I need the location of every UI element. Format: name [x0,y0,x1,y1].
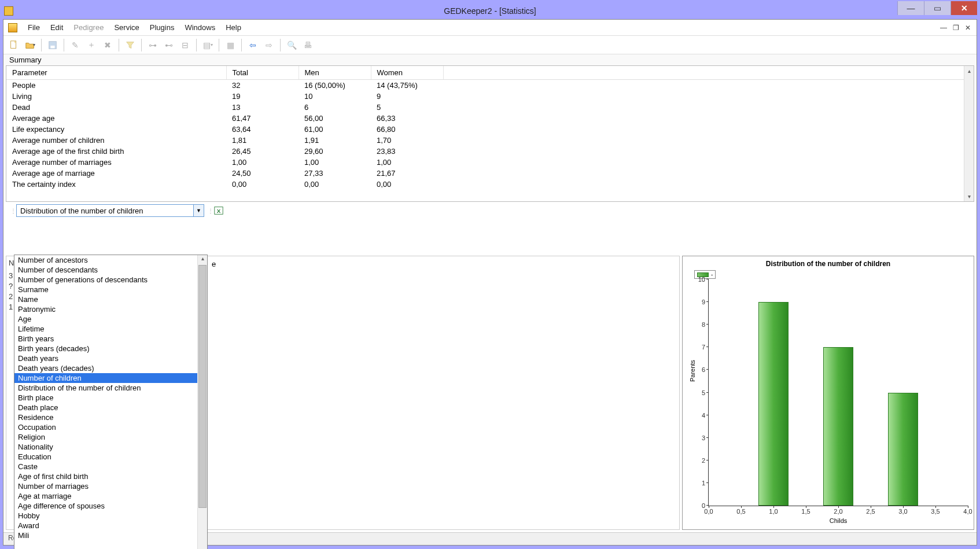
dropdown-scrollbar[interactable]: ▴ ▾ [197,255,207,549]
table-row[interactable]: People3216 (50,00%)14 (43,75%) [6,80,974,91]
save-icon[interactable] [46,38,60,52]
table-cell: 0,00 [299,179,371,190]
stats-scrollbar[interactable]: ▴ ▾ [964,66,974,201]
menu-edit[interactable]: Edit [50,23,63,32]
dropdown-option[interactable]: Occupation [14,422,197,432]
dropdown-option[interactable]: Number of children [14,373,197,383]
scroll-up-icon[interactable]: ▴ [198,255,207,265]
mdi-minimize-button[interactable]: — [940,24,947,32]
col-men[interactable]: Men [299,66,371,80]
export-excel-icon[interactable]: X [213,205,224,216]
dropdown-option[interactable]: Birth years (decades) [14,344,197,353]
menu-file[interactable]: File [28,23,40,32]
dropdown-option[interactable]: Residence [14,412,197,422]
table-cell: 1,00 [299,157,371,168]
table-cell: Average number of children [6,135,226,146]
dropdown-option[interactable]: Mili [14,530,197,540]
dropdown-option[interactable]: Birth years [14,334,197,344]
open-file-icon[interactable]: ▾ [23,38,37,52]
svg-text:X: X [217,208,221,214]
dropdown-option[interactable]: Hobby [14,511,197,521]
table-cell: 16 (50,00%) [299,80,371,91]
combo-row: ⋮ Distribution of the number of children… [3,203,977,218]
toolbar: ▾ ✎ ＋ ✖ ⊶ ⊷ ⊟ ▤▾ ▦ ⇦ ⇨ 🔍 🖶 [3,36,977,54]
dropdown-option[interactable]: Award [14,521,197,530]
table-row[interactable]: Average number of marriages1,001,001,00 [6,157,974,168]
delete-record-icon[interactable]: ✖ [101,38,115,52]
filter-icon[interactable] [123,38,137,52]
dropdown-option[interactable]: Death place [14,403,197,412]
dropdown-option[interactable]: Birth place [14,393,197,403]
dropdown-option[interactable]: Number of generations of descendants [14,275,197,285]
pedigree-icon[interactable]: ▤▾ [201,38,215,52]
dropdown-option[interactable]: Age at marriage [14,491,197,501]
dropdown-option[interactable]: Name [14,294,197,304]
tree-ancestors-icon[interactable]: ⊶ [146,38,160,52]
dropdown-option[interactable]: Surname [14,285,197,294]
tree-both-icon[interactable]: ⊟ [178,38,192,52]
dropdown-option[interactable]: Distribution of the number of children [14,383,197,393]
dropdown-option[interactable]: Nationality [14,442,197,452]
print-preview-icon[interactable]: 🔍 [285,38,299,52]
table-cell: 21,67 [371,168,443,179]
dropdown-option[interactable]: Age [14,314,197,324]
menu-plugins[interactable]: Plugins [150,23,175,32]
table-row[interactable]: Average age61,4756,0066,33 [6,113,974,124]
table-row[interactable]: Average age of marriage24,5027,3321,67 [6,168,974,179]
col-total[interactable]: Total [226,66,299,80]
nav-forward-icon[interactable]: ⇨ [262,38,276,52]
table-row[interactable]: Life expectancy63,6461,0066,80 [6,124,974,135]
close-button[interactable]: ✕ [950,1,977,15]
minimize-button[interactable]: — [897,1,924,15]
col-women[interactable]: Women [371,66,443,80]
table-row[interactable]: The certainty index0,000,000,00 [6,179,974,190]
y-axis-label: Parents [689,360,696,382]
scroll-up-icon[interactable]: ▴ [964,66,974,76]
table-cell: 6 [299,102,371,113]
mdi-close-button[interactable]: ✕ [965,24,971,32]
new-file-icon[interactable] [7,38,21,52]
stats-icon[interactable]: ▦ [223,38,237,52]
table-row[interactable]: Average age of the first child birth26,4… [6,146,974,157]
dropdown-option[interactable]: Age difference of spouses [14,501,197,511]
dropdown-option[interactable]: Number of descendants [14,265,197,275]
combo-dropdown-list[interactable]: Number of ancestorsNumber of descendants… [14,255,208,549]
table-row[interactable]: Living19109 [6,91,974,102]
table-row[interactable]: Dead1365 [6,102,974,113]
dropdown-option[interactable]: Number of ancestors [14,255,197,265]
menu-help[interactable]: Help [226,23,241,32]
table-cell: Dead [6,102,226,113]
print-icon[interactable]: 🖶 [301,38,315,52]
dropdown-option[interactable]: Patronymic [14,304,197,314]
mdi-child-icon[interactable] [8,23,17,32]
menubar: File Edit Pedigree Service Plugins Windo… [3,20,977,36]
col-parameter[interactable]: Parameter [6,66,226,80]
dropdown-option[interactable]: Death years (decades) [14,363,197,373]
dropdown-option[interactable]: Caste [14,462,197,471]
nav-back-icon[interactable]: ⇦ [246,38,260,52]
menu-pedigree[interactable]: Pedigree [73,23,104,32]
edit-record-icon[interactable]: ✎ [68,38,82,52]
dropdown-option[interactable]: Lifetime [14,324,197,334]
scroll-thumb[interactable] [198,265,207,508]
stat-type-combo[interactable]: Distribution of the number of children ▼ [16,204,204,217]
dropdown-option[interactable]: Age of first child birth [14,471,197,481]
table-cell: 63,64 [226,124,299,135]
table-row[interactable]: Average number of children1,811,911,70 [6,135,974,146]
dropdown-option[interactable]: Education [14,452,197,462]
table-cell: Average age of the first child birth [6,146,226,157]
dropdown-option[interactable]: Death years [14,353,197,363]
combo-dropdown-button[interactable]: ▼ [193,205,204,216]
y-tick-label: 2 [702,457,709,464]
scroll-down-icon[interactable]: ▾ [964,191,974,201]
mdi-restore-button[interactable]: ❐ [953,24,959,32]
window-title: GEDKeeper2 - [Statistics] [444,6,536,16]
tree-descendants-icon[interactable]: ⊷ [162,38,176,52]
dropdown-option[interactable]: Number of marriages [14,481,197,491]
add-record-icon[interactable]: ＋ [84,38,98,52]
maximize-button[interactable]: ▭ [924,1,950,15]
menu-service[interactable]: Service [114,23,139,32]
grip-icon: ⋮ [10,208,13,214]
dropdown-option[interactable]: Religion [14,432,197,442]
menu-windows[interactable]: Windows [185,23,215,32]
